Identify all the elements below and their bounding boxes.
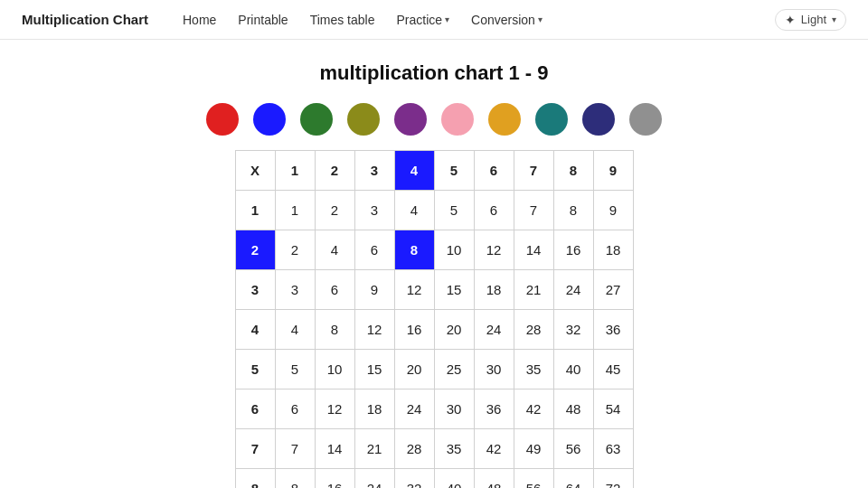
table-cell[interactable]: 2 xyxy=(275,230,315,270)
table-cell[interactable]: 40 xyxy=(434,469,474,489)
theme-toggle[interactable]: ✦ Light ▾ xyxy=(775,9,846,31)
table-cell[interactable]: 12 xyxy=(394,270,434,310)
table-cell[interactable]: 30 xyxy=(434,389,474,429)
table-cell[interactable]: 30 xyxy=(474,350,514,389)
table-cell[interactable]: 10 xyxy=(434,230,474,270)
table-cell[interactable]: 21 xyxy=(354,429,394,469)
table-cell[interactable]: 8 xyxy=(553,191,593,230)
nav-home[interactable]: Home xyxy=(174,9,225,31)
table-cell[interactable]: 6 xyxy=(275,389,315,429)
table-cell[interactable]: 25 xyxy=(434,350,474,389)
table-cell[interactable]: 10 xyxy=(315,350,354,389)
table-cell[interactable]: 16 xyxy=(553,230,593,270)
table-cell[interactable]: 9 xyxy=(354,270,394,310)
table-cell[interactable]: 32 xyxy=(394,469,434,489)
color-circle-olive[interactable] xyxy=(347,103,380,136)
color-circle-red[interactable] xyxy=(206,103,239,136)
table-cell[interactable]: 5 xyxy=(434,151,474,191)
color-circle-dark-blue[interactable] xyxy=(582,103,615,136)
table-cell[interactable]: 24 xyxy=(354,469,394,489)
table-cell[interactable]: 20 xyxy=(434,310,474,350)
table-cell[interactable]: 35 xyxy=(434,429,474,469)
table-cell[interactable]: 7 xyxy=(514,191,553,230)
table-cell[interactable]: 7 xyxy=(235,429,275,469)
color-circle-purple[interactable] xyxy=(394,103,427,136)
table-cell[interactable]: 21 xyxy=(514,270,553,310)
table-cell[interactable]: 18 xyxy=(474,270,514,310)
table-cell[interactable]: 2 xyxy=(235,230,275,270)
color-circle-blue[interactable] xyxy=(253,103,286,136)
nav-printable[interactable]: Printable xyxy=(229,9,297,31)
table-cell[interactable]: 42 xyxy=(514,389,553,429)
table-cell[interactable]: 8 xyxy=(235,469,275,489)
table-cell[interactable]: 6 xyxy=(474,191,514,230)
table-cell[interactable]: 5 xyxy=(235,350,275,389)
table-cell[interactable]: X xyxy=(235,151,275,191)
table-cell[interactable]: 24 xyxy=(474,310,514,350)
table-cell[interactable]: 7 xyxy=(275,429,315,469)
table-cell[interactable]: 28 xyxy=(394,429,434,469)
table-cell[interactable]: 12 xyxy=(315,389,354,429)
color-circle-gray[interactable] xyxy=(629,103,662,136)
nav-practice-dropdown[interactable]: Practice ▾ xyxy=(387,9,458,31)
table-cell[interactable]: 2 xyxy=(315,151,354,191)
color-circle-pink[interactable] xyxy=(441,103,474,136)
table-cell[interactable]: 1 xyxy=(235,191,275,230)
color-circle-teal[interactable] xyxy=(535,103,568,136)
table-cell[interactable]: 40 xyxy=(553,350,593,389)
table-cell[interactable]: 2 xyxy=(315,191,354,230)
table-cell[interactable]: 8 xyxy=(315,310,354,350)
table-cell[interactable]: 18 xyxy=(354,389,394,429)
table-cell[interactable]: 5 xyxy=(434,191,474,230)
table-cell[interactable]: 48 xyxy=(553,389,593,429)
table-cell[interactable]: 42 xyxy=(474,429,514,469)
table-cell[interactable]: 27 xyxy=(593,270,633,310)
table-cell[interactable]: 4 xyxy=(394,191,434,230)
table-cell[interactable]: 63 xyxy=(593,429,633,469)
table-cell[interactable]: 36 xyxy=(593,310,633,350)
table-cell[interactable]: 12 xyxy=(474,230,514,270)
table-cell[interactable]: 4 xyxy=(275,310,315,350)
table-cell[interactable]: 1 xyxy=(275,191,315,230)
table-cell[interactable]: 24 xyxy=(394,389,434,429)
table-cell[interactable]: 12 xyxy=(354,310,394,350)
table-cell[interactable]: 6 xyxy=(235,389,275,429)
table-cell[interactable]: 35 xyxy=(514,350,553,389)
table-cell[interactable]: 1 xyxy=(275,151,315,191)
table-cell[interactable]: 32 xyxy=(553,310,593,350)
table-cell[interactable]: 20 xyxy=(394,350,434,389)
nav-conversion-dropdown[interactable]: Conversion ▾ xyxy=(462,9,552,31)
nav-times-table[interactable]: Times table xyxy=(301,9,384,31)
table-cell[interactable]: 6 xyxy=(354,230,394,270)
table-cell[interactable]: 54 xyxy=(593,389,633,429)
table-cell[interactable]: 8 xyxy=(275,469,315,489)
table-cell[interactable]: 72 xyxy=(593,469,633,489)
table-cell[interactable]: 16 xyxy=(315,469,354,489)
table-cell[interactable]: 14 xyxy=(514,230,553,270)
table-cell[interactable]: 9 xyxy=(593,191,633,230)
table-cell[interactable]: 8 xyxy=(553,151,593,191)
table-cell[interactable]: 3 xyxy=(235,270,275,310)
table-cell[interactable]: 28 xyxy=(514,310,553,350)
table-cell[interactable]: 18 xyxy=(593,230,633,270)
table-cell[interactable]: 3 xyxy=(275,270,315,310)
table-cell[interactable]: 14 xyxy=(315,429,354,469)
table-cell[interactable]: 56 xyxy=(514,469,553,489)
table-cell[interactable]: 4 xyxy=(394,151,434,191)
table-cell[interactable]: 16 xyxy=(394,310,434,350)
table-cell[interactable]: 36 xyxy=(474,389,514,429)
table-cell[interactable]: 15 xyxy=(434,270,474,310)
table-cell[interactable]: 4 xyxy=(235,310,275,350)
table-cell[interactable]: 6 xyxy=(474,151,514,191)
table-cell[interactable]: 6 xyxy=(315,270,354,310)
table-cell[interactable]: 3 xyxy=(354,191,394,230)
table-cell[interactable]: 48 xyxy=(474,469,514,489)
table-cell[interactable]: 5 xyxy=(275,350,315,389)
table-cell[interactable]: 64 xyxy=(553,469,593,489)
table-cell[interactable]: 24 xyxy=(553,270,593,310)
table-cell[interactable]: 56 xyxy=(553,429,593,469)
table-cell[interactable]: 7 xyxy=(514,151,553,191)
color-circle-green[interactable] xyxy=(300,103,333,136)
table-cell[interactable]: 45 xyxy=(593,350,633,389)
color-circle-orange[interactable] xyxy=(488,103,521,136)
